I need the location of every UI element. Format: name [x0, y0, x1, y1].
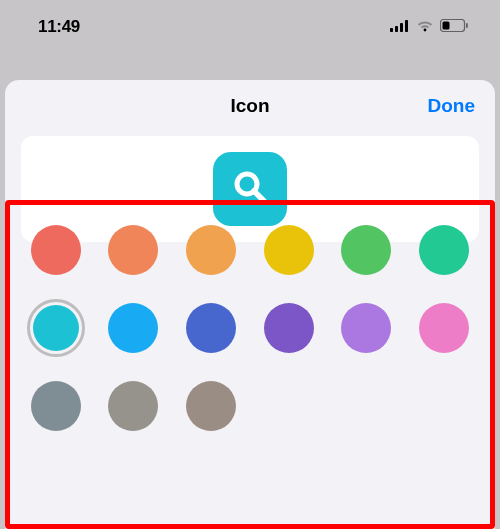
color-swatch-lavender[interactable]	[337, 299, 395, 357]
color-swatch-green[interactable]	[337, 221, 395, 279]
done-button[interactable]: Done	[428, 95, 476, 117]
color-swatch-sky-blue[interactable]	[104, 299, 162, 357]
color-swatch-grey[interactable]	[104, 377, 162, 435]
status-bar: 11:49	[0, 0, 500, 54]
color-swatch-mint[interactable]	[415, 221, 473, 279]
swatch-fill	[31, 225, 81, 275]
swatch-fill	[186, 303, 236, 353]
color-swatch-purple[interactable]	[260, 299, 318, 357]
swatch-fill	[186, 225, 236, 275]
color-palette-highlight	[5, 200, 495, 529]
swatch-fill	[264, 303, 314, 353]
svg-rect-0	[390, 28, 393, 32]
status-time: 11:49	[38, 17, 80, 37]
cellular-signal-icon	[390, 18, 410, 36]
swatch-fill	[341, 303, 391, 353]
swatch-fill	[31, 381, 81, 431]
swatch-fill	[108, 381, 158, 431]
color-swatch-yellow[interactable]	[260, 221, 318, 279]
svg-rect-2	[400, 23, 403, 32]
svg-rect-7	[466, 23, 468, 28]
status-icons	[390, 18, 468, 36]
color-swatch-pink[interactable]	[415, 299, 473, 357]
swatch-fill	[108, 225, 158, 275]
color-swatch-taupe[interactable]	[182, 377, 240, 435]
wifi-icon	[416, 18, 434, 36]
swatch-fill	[108, 303, 158, 353]
sheet-title: Icon	[230, 95, 269, 117]
color-swatch-orange[interactable]	[104, 221, 162, 279]
battery-icon	[440, 18, 468, 36]
swatch-fill	[341, 225, 391, 275]
swatch-fill	[419, 225, 469, 275]
swatch-fill	[419, 303, 469, 353]
sheet-header: Icon Done	[5, 80, 495, 132]
color-swatch-light-orange[interactable]	[182, 221, 240, 279]
color-swatch-slate[interactable]	[27, 377, 85, 435]
color-swatch-teal[interactable]	[27, 299, 85, 357]
swatch-fill	[33, 305, 79, 351]
svg-rect-1	[395, 26, 398, 32]
svg-point-4	[424, 29, 427, 32]
color-swatch-red[interactable]	[27, 221, 85, 279]
color-swatch-indigo[interactable]	[182, 299, 240, 357]
color-palette	[24, 221, 476, 435]
swatch-fill	[186, 381, 236, 431]
svg-rect-3	[405, 20, 408, 32]
swatch-fill	[264, 225, 314, 275]
svg-rect-6	[443, 22, 450, 30]
